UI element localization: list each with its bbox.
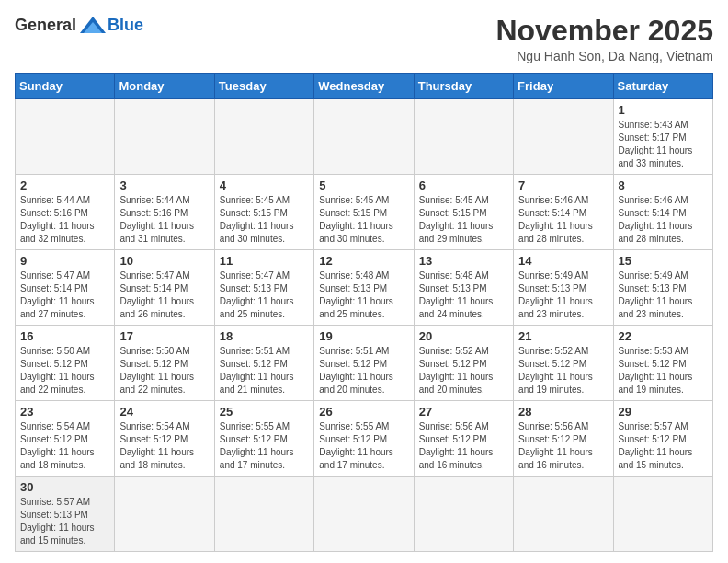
calendar-cell: 24Sunrise: 5:54 AMSunset: 5:12 PMDayligh… — [115, 401, 214, 477]
calendar-cell: 17Sunrise: 5:50 AMSunset: 5:12 PMDayligh… — [115, 326, 214, 401]
day-info: Sunrise: 5:53 AMSunset: 5:12 PMDaylight:… — [619, 345, 708, 396]
day-header-saturday: Saturday — [613, 74, 712, 99]
day-number: 9 — [20, 254, 109, 268]
logo-icon — [80, 15, 106, 35]
day-header-friday: Friday — [514, 74, 613, 99]
day-info: Sunrise: 5:44 AMSunset: 5:16 PMDaylight:… — [119, 194, 209, 246]
calendar-cell: 3Sunrise: 5:44 AMSunset: 5:16 PMDaylight… — [115, 175, 214, 250]
day-info: Sunrise: 5:52 AMSunset: 5:12 PMDaylight:… — [518, 345, 608, 396]
day-info: Sunrise: 5:51 AMSunset: 5:12 PMDaylight:… — [319, 345, 408, 396]
day-number: 26 — [319, 405, 408, 419]
day-info: Sunrise: 5:54 AMSunset: 5:12 PMDaylight:… — [119, 420, 209, 472]
calendar-cell: 6Sunrise: 5:45 AMSunset: 5:15 PMDaylight… — [414, 175, 513, 250]
calendar-cell: 14Sunrise: 5:49 AMSunset: 5:13 PMDayligh… — [514, 250, 613, 326]
calendar-cell: 19Sunrise: 5:51 AMSunset: 5:12 PMDayligh… — [314, 326, 414, 401]
calendar-week-row: 23Sunrise: 5:54 AMSunset: 5:12 PMDayligh… — [16, 401, 713, 477]
day-header-tuesday: Tuesday — [214, 74, 313, 99]
calendar-cell: 26Sunrise: 5:55 AMSunset: 5:12 PMDayligh… — [314, 401, 414, 477]
day-info: Sunrise: 5:57 AMSunset: 5:13 PMDaylight:… — [20, 496, 109, 547]
calendar-cell: 4Sunrise: 5:45 AMSunset: 5:15 PMDaylight… — [214, 175, 313, 250]
day-info: Sunrise: 5:43 AMSunset: 5:17 PMDaylight:… — [619, 119, 708, 170]
calendar-cell: 7Sunrise: 5:46 AMSunset: 5:14 PMDaylight… — [514, 175, 613, 250]
location: Ngu Hanh Son, Da Nang, Vietnam — [495, 49, 713, 63]
day-number: 17 — [119, 329, 209, 343]
day-number: 1 — [619, 103, 708, 117]
day-number: 13 — [419, 254, 508, 268]
calendar-cell: 2Sunrise: 5:44 AMSunset: 5:16 PMDaylight… — [16, 175, 115, 250]
day-info: Sunrise: 5:44 AMSunset: 5:16 PMDaylight:… — [20, 194, 109, 246]
calendar-cell: 15Sunrise: 5:49 AMSunset: 5:13 PMDayligh… — [613, 250, 712, 326]
day-number: 12 — [319, 254, 408, 268]
day-header-wednesday: Wednesday — [314, 74, 414, 99]
calendar-week-row: 30Sunrise: 5:57 AMSunset: 5:13 PMDayligh… — [16, 477, 713, 552]
calendar-cell: 29Sunrise: 5:57 AMSunset: 5:12 PMDayligh… — [613, 401, 712, 477]
day-number: 3 — [119, 178, 209, 192]
logo-general-text: General — [15, 16, 76, 35]
day-number: 25 — [220, 405, 309, 419]
day-info: Sunrise: 5:45 AMSunset: 5:15 PMDaylight:… — [419, 194, 508, 246]
logo-blue-text: Blue — [108, 16, 143, 35]
day-info: Sunrise: 5:54 AMSunset: 5:12 PMDaylight:… — [20, 420, 109, 472]
day-number: 23 — [20, 405, 109, 419]
day-header-thursday: Thursday — [414, 74, 513, 99]
day-info: Sunrise: 5:52 AMSunset: 5:12 PMDaylight:… — [419, 345, 508, 396]
calendar-cell: 9Sunrise: 5:47 AMSunset: 5:14 PMDaylight… — [16, 250, 115, 326]
day-header-monday: Monday — [115, 74, 214, 99]
calendar-cell: 20Sunrise: 5:52 AMSunset: 5:12 PMDayligh… — [414, 326, 513, 401]
calendar-cell: 5Sunrise: 5:45 AMSunset: 5:15 PMDaylight… — [314, 175, 414, 250]
day-info: Sunrise: 5:57 AMSunset: 5:12 PMDaylight:… — [619, 420, 708, 472]
calendar-cell: 23Sunrise: 5:54 AMSunset: 5:12 PMDayligh… — [16, 401, 115, 477]
day-number: 10 — [119, 254, 209, 268]
calendar-cell — [115, 99, 214, 175]
calendar-cell: 12Sunrise: 5:48 AMSunset: 5:13 PMDayligh… — [314, 250, 414, 326]
calendar-cell: 10Sunrise: 5:47 AMSunset: 5:14 PMDayligh… — [115, 250, 214, 326]
logo: General Blue — [15, 15, 143, 35]
calendar-cell: 28Sunrise: 5:56 AMSunset: 5:12 PMDayligh… — [514, 401, 613, 477]
day-number: 2 — [20, 178, 109, 192]
calendar-cell: 25Sunrise: 5:55 AMSunset: 5:12 PMDayligh… — [214, 401, 313, 477]
day-number: 18 — [220, 329, 309, 343]
day-info: Sunrise: 5:50 AMSunset: 5:12 PMDaylight:… — [20, 345, 109, 396]
calendar-cell: 13Sunrise: 5:48 AMSunset: 5:13 PMDayligh… — [414, 250, 513, 326]
day-info: Sunrise: 5:51 AMSunset: 5:12 PMDaylight:… — [220, 345, 309, 396]
day-number: 24 — [119, 405, 209, 419]
day-number: 30 — [20, 480, 109, 494]
day-number: 29 — [619, 405, 708, 419]
day-info: Sunrise: 5:45 AMSunset: 5:15 PMDaylight:… — [319, 194, 408, 246]
day-number: 8 — [619, 178, 708, 192]
day-info: Sunrise: 5:50 AMSunset: 5:12 PMDaylight:… — [119, 345, 209, 396]
calendar-week-row: 16Sunrise: 5:50 AMSunset: 5:12 PMDayligh… — [16, 326, 713, 401]
calendar-cell: 16Sunrise: 5:50 AMSunset: 5:12 PMDayligh… — [16, 326, 115, 401]
calendar-table: SundayMondayTuesdayWednesdayThursdayFrid… — [15, 73, 713, 552]
page-header: General Blue November 2025 Ngu Hanh Son,… — [15, 15, 713, 63]
calendar-header-row: SundayMondayTuesdayWednesdayThursdayFrid… — [16, 74, 713, 99]
day-info: Sunrise: 5:49 AMSunset: 5:13 PMDaylight:… — [518, 270, 608, 321]
calendar-cell — [115, 477, 214, 552]
day-number: 19 — [319, 329, 408, 343]
calendar-cell — [514, 99, 613, 175]
day-number: 28 — [518, 405, 608, 419]
day-number: 22 — [619, 329, 708, 343]
day-info: Sunrise: 5:47 AMSunset: 5:14 PMDaylight:… — [119, 270, 209, 321]
calendar-cell — [414, 477, 513, 552]
calendar-cell: 11Sunrise: 5:47 AMSunset: 5:13 PMDayligh… — [214, 250, 313, 326]
day-header-sunday: Sunday — [16, 74, 115, 99]
day-number: 4 — [220, 178, 309, 192]
calendar-cell: 27Sunrise: 5:56 AMSunset: 5:12 PMDayligh… — [414, 401, 513, 477]
day-number: 21 — [518, 329, 608, 343]
calendar-cell — [613, 477, 712, 552]
day-info: Sunrise: 5:48 AMSunset: 5:13 PMDaylight:… — [319, 270, 408, 321]
calendar-cell — [514, 477, 613, 552]
calendar-cell — [414, 99, 513, 175]
day-number: 16 — [20, 329, 109, 343]
calendar-cell: 8Sunrise: 5:46 AMSunset: 5:14 PMDaylight… — [613, 175, 712, 250]
day-number: 5 — [319, 178, 408, 192]
day-info: Sunrise: 5:55 AMSunset: 5:12 PMDaylight:… — [220, 420, 309, 472]
day-number: 14 — [518, 254, 608, 268]
calendar-cell — [214, 477, 313, 552]
calendar-cell — [314, 477, 414, 552]
calendar-cell: 1Sunrise: 5:43 AMSunset: 5:17 PMDaylight… — [613, 99, 712, 175]
day-number: 15 — [619, 254, 708, 268]
calendar-cell: 21Sunrise: 5:52 AMSunset: 5:12 PMDayligh… — [514, 326, 613, 401]
calendar-week-row: 9Sunrise: 5:47 AMSunset: 5:14 PMDaylight… — [16, 250, 713, 326]
